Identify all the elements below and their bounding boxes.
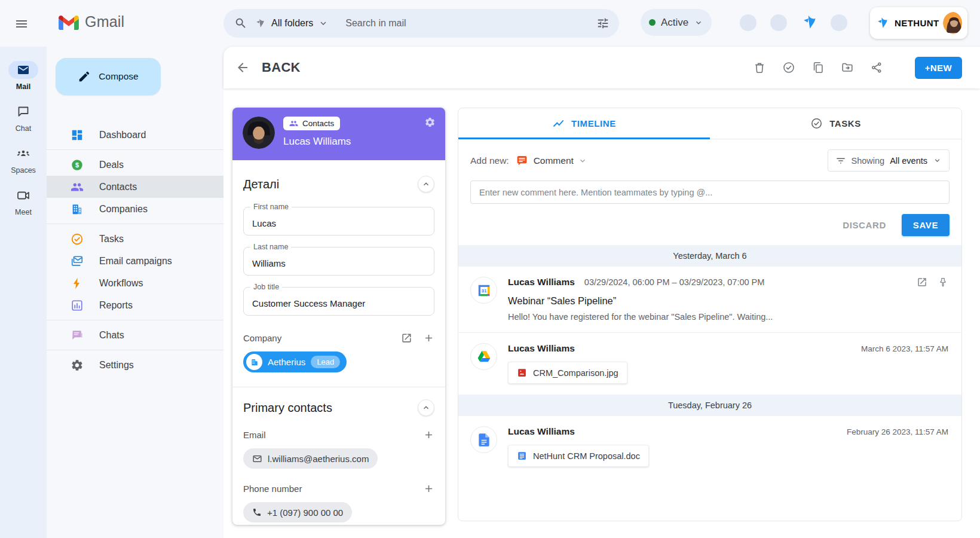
tab-tasks[interactable]: TASKS [710, 108, 961, 139]
image-file-icon [517, 368, 527, 378]
tab-label: TASKS [829, 118, 861, 129]
first-name-field[interactable]: First name [243, 207, 434, 236]
rail-item-spaces[interactable]: Spaces [8, 145, 38, 175]
spaces-icon [8, 145, 38, 163]
gear-icon[interactable] [424, 117, 436, 128]
rail-item-chat[interactable]: Chat [8, 103, 38, 133]
mark-complete-icon[interactable] [782, 61, 795, 74]
rail-item-label: Spaces [11, 166, 36, 175]
nethunt-extension-icon[interactable] [801, 13, 819, 32]
attachment-chip[interactable]: CRM_Comparison.jpg [508, 362, 627, 384]
sidebar-item-tasks[interactable]: Tasks [47, 228, 223, 250]
chevron-down-icon[interactable] [578, 156, 587, 166]
details-section-title: Деталі [243, 178, 279, 191]
delete-icon[interactable] [753, 61, 766, 74]
discard-button[interactable]: DISCARD [843, 220, 886, 230]
email-chip[interactable]: l.williams@aetherius.com [243, 448, 378, 469]
nethunt-account-card[interactable]: NetHunt [870, 7, 967, 39]
record-header: BACK +NEW [223, 47, 980, 88]
sidebar-item-contacts[interactable]: Contacts [47, 176, 223, 198]
sidebar-item-dashboard[interactable]: Dashboard [47, 124, 223, 146]
contacts-icon [71, 181, 84, 194]
rail-item-meet[interactable]: Meet [8, 187, 38, 216]
add-phone-icon[interactable] [423, 483, 434, 494]
chat-icon [8, 103, 38, 121]
pin-icon[interactable] [938, 277, 948, 288]
filter-value: All events [890, 156, 927, 166]
open-company-icon[interactable] [401, 332, 412, 344]
divider [47, 350, 223, 350]
user-avatar[interactable] [943, 12, 962, 34]
attachment-name: CRM_Comparison.jpg [533, 368, 618, 378]
sidebar-item-email-campaigns[interactable]: Email campaigns [47, 250, 223, 272]
reports-icon [71, 299, 84, 312]
job-title-field[interactable]: Job title [243, 287, 434, 316]
search-scope-label: All folders [271, 18, 313, 29]
sidebar-item-workflows[interactable]: Workflows [47, 272, 223, 294]
compose-label: Compose [99, 71, 138, 82]
search-icon[interactable] [234, 17, 247, 30]
back-button[interactable] [235, 60, 250, 75]
timeline-event: 31 Lucas Williams 03/29/2024, 06:00 PM –… [458, 267, 961, 332]
open-in-new-icon[interactable] [917, 277, 927, 288]
job-title-input[interactable] [252, 298, 425, 308]
settings-gear-icon [71, 359, 84, 372]
compose-button[interactable]: Compose [56, 58, 161, 95]
sidebar-item-companies[interactable]: Companies [47, 198, 223, 220]
compose-icon [78, 70, 91, 83]
new-record-button[interactable]: +NEW [915, 57, 962, 79]
email-value: l.williams@aetherius.com [268, 454, 369, 464]
event-author: Lucas Williams [508, 426, 575, 437]
phone-chip[interactable]: +1 (097) 900 00 00 [243, 502, 352, 522]
meet-icon [8, 187, 38, 204]
availability-status[interactable]: Active [641, 9, 712, 36]
rail-item-mail[interactable]: Mail [8, 61, 38, 91]
comment-input[interactable] [470, 181, 950, 204]
gmail-logo[interactable]: Gmail [59, 13, 124, 30]
date-divider: Tuesday, February 26 [458, 395, 961, 416]
sidebar-nav: Dashboard $ Deals Contacts Companies [47, 124, 223, 376]
main-menu-icon[interactable] [14, 17, 29, 31]
add-email-icon[interactable] [423, 429, 434, 441]
duplicate-icon[interactable] [811, 61, 825, 74]
divider [47, 149, 223, 150]
search-scope-dropdown[interactable]: All folders [255, 17, 329, 29]
rail-item-label: Chat [16, 124, 31, 133]
search-bar[interactable]: All folders Search in mail [223, 9, 619, 38]
save-button[interactable]: SAVE [902, 214, 950, 236]
divider [47, 320, 223, 320]
tab-timeline[interactable]: TIMELINE [458, 108, 710, 139]
rail-item-label: Mail [16, 82, 30, 91]
sidebar-item-deals[interactable]: $ Deals [47, 154, 223, 176]
search-input[interactable]: Search in mail [345, 18, 596, 29]
timeline-tabs: TIMELINE TASKS [458, 108, 961, 139]
move-to-folder-icon[interactable] [841, 61, 854, 74]
collapse-details-button[interactable] [418, 176, 434, 192]
timeline-list: Yesterday, March 6 31 Lucas Williams 03/… [458, 245, 961, 521]
sidebar-item-chats[interactable]: Chats [47, 324, 223, 346]
collapse-primary-button[interactable] [418, 399, 434, 416]
first-name-input[interactable] [252, 218, 425, 228]
record-type-badge[interactable]: Contacts [283, 117, 340, 130]
company-chip[interactable]: Aetherius Lead [243, 351, 347, 372]
sidebar-item-label: Companies [99, 204, 148, 215]
contact-avatar [243, 117, 275, 149]
last-name-input[interactable] [252, 258, 425, 268]
add-company-icon[interactable] [423, 332, 434, 344]
event-filter-dropdown[interactable]: Showing All events [828, 149, 950, 172]
gmail-logo-icon [59, 14, 79, 30]
sidebar-item-reports[interactable]: Reports [47, 294, 223, 316]
search-options-icon[interactable] [596, 17, 610, 30]
comment-icon [516, 154, 528, 167]
sidebar-item-settings[interactable]: Settings [47, 354, 223, 376]
comment-composer: Add new: Comment Showing All events [458, 139, 961, 245]
add-new-type[interactable]: Comment [534, 155, 574, 166]
last-name-field[interactable]: Last name [243, 247, 434, 276]
divider [232, 387, 445, 387]
attachment-chip[interactable]: NetHunt CRM Proposal.doc [508, 445, 649, 467]
sidebar-item-label: Settings [99, 360, 134, 371]
date-divider: Yesterday, March 6 [458, 245, 961, 267]
app-icon-placeholder [740, 14, 757, 31]
share-icon[interactable] [870, 61, 883, 74]
status-label: Active [661, 17, 688, 29]
